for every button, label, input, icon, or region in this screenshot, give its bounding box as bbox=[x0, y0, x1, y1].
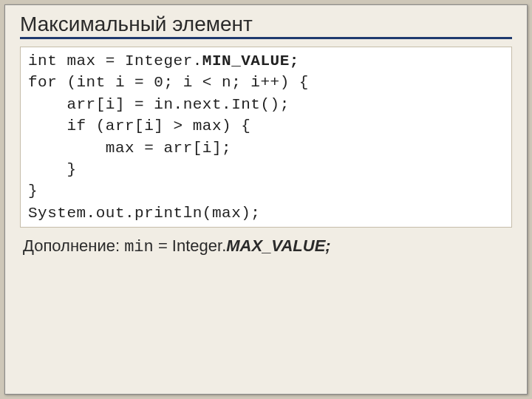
code-line-7: } bbox=[28, 183, 38, 200]
page-title: Максимальный элемент bbox=[20, 13, 512, 39]
note-code-rest: = Integer. bbox=[154, 236, 226, 255]
note: Дополнение: min = Integer.MAX_VALUE; bbox=[20, 236, 512, 256]
note-code-mono: min bbox=[124, 238, 154, 256]
code-line-6: } bbox=[28, 161, 77, 178]
code-line-1b: MIN_VALUE; bbox=[202, 52, 299, 69]
code-line-2: for (int i = 0; i < n; i++) { bbox=[28, 74, 309, 91]
code-line-5: max = arr[i]; bbox=[28, 140, 231, 157]
code-line-1a: int max = Integer. bbox=[28, 52, 202, 69]
note-label: Дополнение: bbox=[23, 236, 124, 255]
code-line-3: arr[i] = in.next.Int(); bbox=[28, 96, 290, 113]
code-line-8: System.out.println(max); bbox=[28, 205, 260, 222]
slide: Максимальный элемент int max = Integer.M… bbox=[4, 4, 528, 395]
code-line-4: if (arr[i] > max) { bbox=[28, 117, 250, 134]
note-code-ital: MAX_VALUE; bbox=[226, 236, 330, 255]
code-block: int max = Integer.MIN_VALUE; for (int i … bbox=[20, 47, 512, 228]
